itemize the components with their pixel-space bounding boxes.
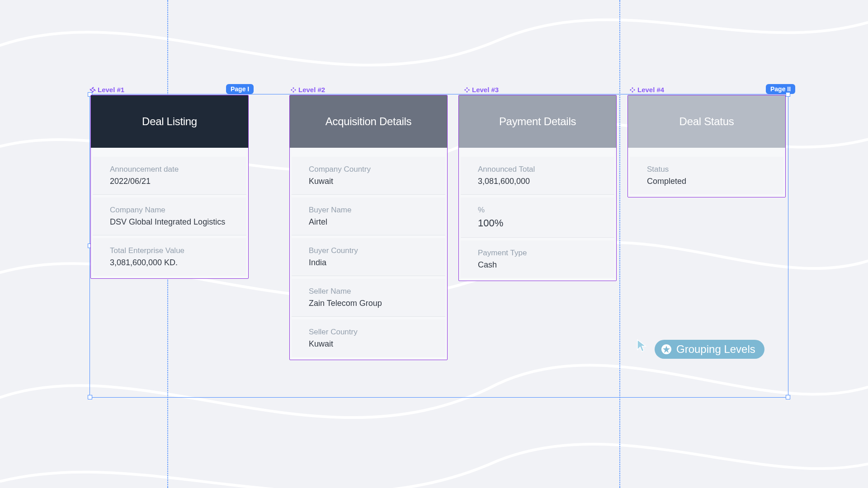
svg-marker-11 (294, 89, 296, 91)
field-payment-type[interactable]: Payment Type Cash (461, 240, 614, 278)
field-value: Cash (478, 260, 597, 270)
svg-marker-16 (632, 87, 633, 89)
card-deal-status[interactable]: Deal Status Status Completed (627, 95, 786, 197)
level-label-text: Level #3 (472, 86, 499, 94)
field-value: Kuwait (309, 177, 428, 186)
selection-handle[interactable] (88, 395, 92, 399)
field-buyer-country[interactable]: Buyer Country India (292, 238, 445, 276)
field-value: 3,081,600,000 (478, 177, 597, 186)
field-label: % (478, 206, 597, 215)
field-label: Announcement date (110, 165, 229, 174)
field-value: Kuwait (309, 339, 428, 349)
field-label: Announced Total (478, 165, 597, 174)
level-label[interactable]: Level #3 (464, 86, 499, 94)
field-value: 3,081,600,000 KD. (110, 258, 229, 267)
field-label: Seller Country (309, 328, 428, 337)
field-label: Company Name (110, 206, 229, 215)
field-value: Completed (647, 177, 766, 186)
field-value: DSV Global Integrated Logistics (110, 217, 229, 227)
svg-marker-18 (630, 89, 632, 91)
grouping-levels-button[interactable]: Grouping Levels (655, 340, 764, 359)
field-label: Payment Type (478, 249, 597, 258)
svg-marker-10 (291, 89, 292, 91)
field-seller-name[interactable]: Seller Name Zain Telecom Group (292, 279, 445, 317)
field-status[interactable]: Status Completed (630, 157, 783, 194)
card-deal-listing[interactable]: Deal Listing Announcement date 2022/06/2… (90, 95, 249, 279)
level-label-text: Level #1 (98, 86, 124, 94)
field-label: Status (647, 165, 766, 174)
component-icon (629, 87, 636, 93)
field-value: 2022/06/21 (110, 177, 229, 186)
card-payment-details[interactable]: Payment Details Announced Total 3,081,60… (458, 95, 617, 281)
field-buyer-name[interactable]: Buyer Name Airtel (292, 197, 445, 235)
field-value: 100% (478, 217, 597, 229)
field-company-name[interactable]: Company Name DSV Global Integrated Logis… (93, 197, 246, 235)
svg-marker-12 (466, 87, 468, 89)
svg-marker-17 (632, 91, 633, 93)
field-value: India (309, 258, 428, 267)
svg-marker-19 (633, 89, 635, 91)
field-percent[interactable]: % 100% (461, 197, 614, 238)
grouping-levels-label: Grouping Levels (676, 343, 755, 356)
field-announcement-date[interactable]: Announcement date 2022/06/21 (93, 157, 246, 195)
field-seller-country[interactable]: Seller Country Kuwait (292, 319, 445, 357)
svg-marker-9 (292, 91, 294, 93)
field-label: Buyer Name (309, 206, 428, 215)
star-icon (661, 344, 672, 355)
level-label-text: Level #4 (637, 86, 664, 94)
svg-marker-13 (466, 91, 468, 93)
svg-marker-15 (468, 89, 470, 91)
field-company-country[interactable]: Company Country Kuwait (292, 157, 445, 195)
field-announced-total[interactable]: Announced Total 3,081,600,000 (461, 157, 614, 195)
card-header: Deal Listing (91, 95, 248, 148)
component-icon (290, 87, 297, 93)
card-header: Acquisition Details (290, 95, 447, 148)
selection-handle[interactable] (786, 92, 790, 97)
card-header: Payment Details (459, 95, 616, 148)
card-header: Deal Status (628, 95, 785, 148)
card-acquisition-details[interactable]: Acquisition Details Company Country Kuwa… (289, 95, 448, 360)
field-total-enterprise-value[interactable]: Total Enterprise Value 3,081,600,000 KD. (93, 238, 246, 276)
level-label[interactable]: Level #1 (90, 86, 124, 94)
field-value: Zain Telecom Group (309, 299, 428, 308)
cursor-icon (637, 339, 646, 352)
svg-marker-8 (292, 87, 294, 89)
level-label[interactable]: Level #4 (629, 86, 664, 94)
svg-marker-14 (464, 89, 466, 91)
page-badge[interactable]: Page I (226, 84, 254, 94)
field-label: Seller Name (309, 287, 428, 296)
field-label: Buyer Country (309, 246, 428, 255)
component-icon (464, 87, 470, 93)
page-badge[interactable]: Page II (766, 84, 795, 94)
level-label[interactable]: Level #2 (290, 86, 325, 94)
level-label-text: Level #2 (298, 86, 325, 94)
field-value: Airtel (309, 217, 428, 227)
field-label: Company Country (309, 165, 428, 174)
selection-handle[interactable] (786, 395, 790, 399)
field-label: Total Enterprise Value (110, 246, 229, 255)
